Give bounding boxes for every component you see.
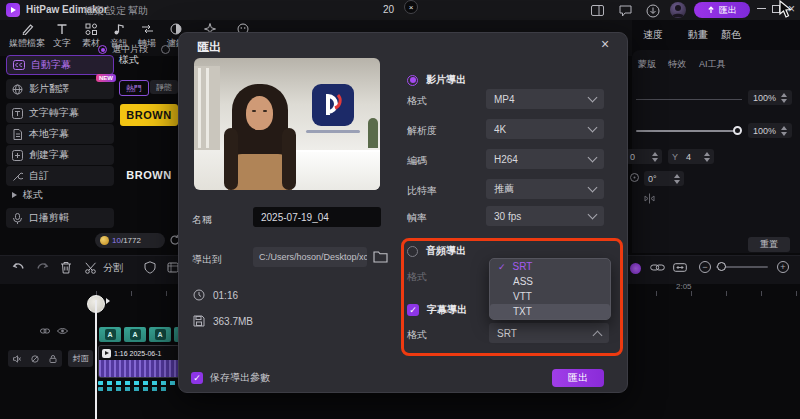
subtitle-format-menu: ✓ SRT ASS VTT TXT [489,258,611,320]
subtitle-clip[interactable]: A [99,327,121,342]
duration-row: 01:16 [193,289,238,301]
avatar[interactable] [670,2,686,18]
subtab-ai-tools[interactable]: AI工具 [699,58,726,71]
playhead[interactable] [95,300,97,419]
tab-speed[interactable]: 速度 [643,28,663,42]
track-lock-icon[interactable] [49,355,57,363]
download-icon[interactable] [646,4,660,18]
sidebar-item-styles[interactable]: 樣式 [12,188,43,202]
subtab-mask[interactable]: 蒙版 [638,58,656,71]
video-clip[interactable]: 1:16 2025-06-1 [98,345,180,378]
stepper-icon[interactable] [704,152,710,162]
sidebar-item-local-subtitle[interactable]: 本地字幕 [6,124,114,144]
export-path-input[interactable]: C:/Users/hoson/Desktop/xc [253,247,367,267]
codec-select[interactable]: H264 [486,149,604,169]
position-x-field[interactable]: 0 [626,149,662,164]
name-input[interactable]: 2025-07-19_04 [253,207,381,227]
delete-icon[interactable] [60,261,72,274]
export-confirm-button[interactable]: 匯出 [552,369,604,387]
text-doc-icon [12,108,23,119]
timeline-zoom-knob[interactable] [717,262,726,271]
feedback-icon[interactable] [619,5,632,17]
resolution-select[interactable]: 4K [486,119,604,139]
menu-help[interactable]: 幫助 [128,4,148,18]
style-sample-yellow[interactable]: BROWN [120,104,178,126]
reset-button[interactable]: 重置 [748,237,790,252]
sidebar-item-create-subtitle[interactable]: 創建字幕 [6,145,114,165]
sidebar-item-auto-subtitle[interactable]: 自動字幕 [6,55,114,75]
scale-slider[interactable] [636,99,742,100]
tab-color[interactable]: 顏色 [721,28,741,42]
style-sample-white[interactable]: BROWN [120,164,178,186]
track-link-icon[interactable] [40,327,50,335]
styles-tab-static[interactable]: 靜態 [150,80,178,94]
bitrate-select[interactable]: 推薦 [486,179,604,199]
subtitle-text-row[interactable] [98,387,168,391]
video-export-radio[interactable]: 影片導出 [407,73,466,87]
menu-settings[interactable]: 設定 [106,4,126,18]
dialog-close-icon[interactable]: × [601,36,609,52]
sidebar-item-voiceover-edit[interactable]: 口播剪輯 [6,208,114,228]
link-clips-icon[interactable] [650,263,665,272]
audio-export-radio[interactable]: 音頻導出 [407,244,466,258]
stepper-icon[interactable] [781,93,787,103]
subtab-effects[interactable]: 特效 [668,58,686,71]
opacity-slider[interactable] [636,130,740,132]
menu-option-vtt[interactable]: VTT [490,289,610,304]
opacity-slider-knob[interactable] [733,126,742,135]
stepper-icon[interactable] [781,126,787,136]
menu-option-ass[interactable]: ASS [490,274,610,289]
flip-horizontal-icon[interactable] [644,193,655,204]
radio-icon-unselected[interactable] [161,45,170,54]
layout-panel-icon[interactable] [591,5,604,16]
sidebar-item-custom[interactable]: 自訂 [6,166,114,186]
credits-total: /1772 [121,236,141,245]
save-params-checkbox[interactable]: ✓ 保存導出參數 [191,371,270,385]
fit-timeline-icon[interactable] [673,263,687,272]
track-hide-icon[interactable] [31,355,39,363]
menu-file[interactable]: 檔案 [84,4,104,18]
tab-animation[interactable]: 動畫 [688,28,708,42]
menu-option-srt[interactable]: ✓ SRT [490,259,610,274]
recorder-count: 20 [383,4,394,15]
zoom-out-icon[interactable]: − [699,261,711,273]
split-button[interactable]: 分割 [85,261,123,275]
new-badge: NEW [96,74,116,82]
format-select[interactable]: MP4 [486,89,604,109]
subtitle-clip[interactable]: A [124,327,146,342]
name-label: 名稱 [192,213,212,227]
zoom-in-icon[interactable]: + [777,261,789,273]
toolbar-text[interactable]: 文字 [48,23,76,50]
rotation-field[interactable]: 0° [644,171,684,186]
framerate-select[interactable]: 30 fps [486,206,604,226]
sidebar-item-text-to-subtitle[interactable]: 文字轉字幕 [6,103,114,123]
position-y-field[interactable]: Y 4 [668,149,714,164]
undo-icon[interactable] [12,261,25,273]
track-mute-icon[interactable] [13,355,21,363]
menu-option-txt[interactable]: TXT [490,304,610,319]
stepper-icon[interactable] [652,152,658,162]
toolbar-media[interactable]: 媒體檔案 [6,23,48,50]
sidebar-item-video-translate[interactable]: 影片翻譯 NEW [6,79,114,99]
subtitle-clip[interactable]: A [149,327,171,342]
media-icon [21,23,34,35]
folder-browse-icon[interactable] [373,250,388,263]
recorder-close-bubble[interactable]: × [404,0,418,14]
window-minimize-button[interactable] [757,2,766,9]
export-button-top[interactable]: 匯出 [694,2,750,18]
subtitle-export-checkbox[interactable]: ✓ 字幕導出 [407,303,467,317]
shield-icon[interactable] [144,261,156,274]
opacity-value-field[interactable]: 100% [748,123,792,138]
stepper-icon[interactable] [674,174,680,184]
track-visibility-icon[interactable] [57,327,68,335]
video-clip-label: 1:16 2025-06-1 [114,350,161,357]
codec-label: 編碼 [407,154,427,168]
redo-icon[interactable] [36,261,49,273]
magnet-toggle-icon[interactable] [630,263,641,274]
framerate-label: 幀率 [407,211,427,225]
subtitle-format-select[interactable]: SRT [489,323,609,343]
cover-button[interactable]: 封面 [68,350,93,367]
styles-tab-hot[interactable]: 熱門 [119,80,149,96]
scale-value-field[interactable]: 100% [748,90,792,105]
subtitle-text-row[interactable] [98,381,178,385]
